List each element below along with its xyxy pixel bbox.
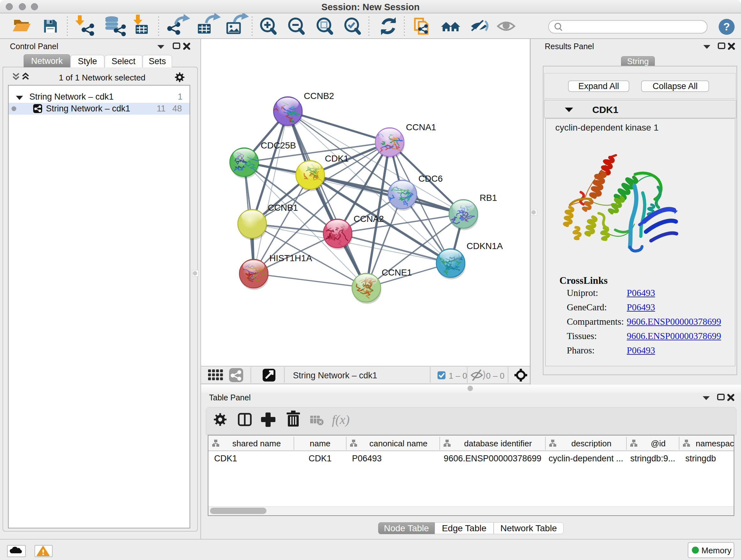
svg-text:CDK1: CDK1 [325,153,349,164]
svg-text:?: ? [724,20,730,33]
svg-text:CCNB2: CCNB2 [304,91,334,101]
svg-text:HIST1H1A: HIST1H1A [269,253,312,263]
svg-text:RB1: RB1 [480,193,497,203]
svg-text:CCNE1: CCNE1 [382,267,412,277]
svg-text:CCNA1: CCNA1 [406,122,436,132]
svg-text:CCNA2: CCNA2 [354,214,384,224]
svg-text:CDKN1A: CDKN1A [467,241,503,251]
svg-text:CDC6: CDC6 [418,174,443,184]
svg-text:f(x): f(x) [332,413,350,427]
svg-text:CCNB1: CCNB1 [268,203,298,212]
svg-text:CDC25B: CDC25B [261,140,296,150]
